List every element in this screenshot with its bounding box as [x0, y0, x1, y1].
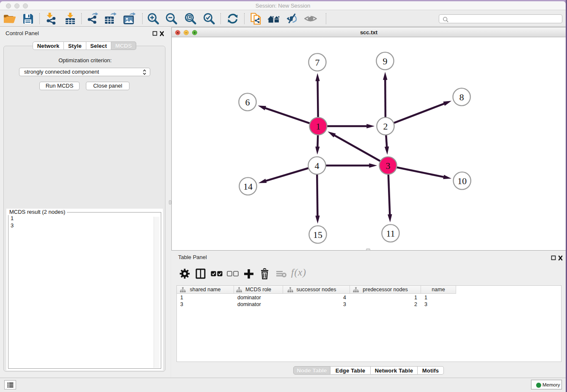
svg-text:9: 9	[383, 56, 388, 66]
svg-text:4: 4	[315, 160, 319, 171]
svg-text:7: 7	[315, 57, 320, 68]
svg-text:3: 3	[386, 160, 391, 171]
svg-text:14: 14	[243, 181, 253, 192]
svg-text:1: 1	[316, 121, 321, 132]
svg-text:2: 2	[383, 121, 388, 132]
svg-text:10: 10	[457, 176, 467, 186]
svg-text:6: 6	[245, 97, 250, 108]
svg-text:15: 15	[313, 229, 322, 240]
svg-text:11: 11	[386, 228, 395, 239]
svg-text:8: 8	[460, 92, 464, 102]
